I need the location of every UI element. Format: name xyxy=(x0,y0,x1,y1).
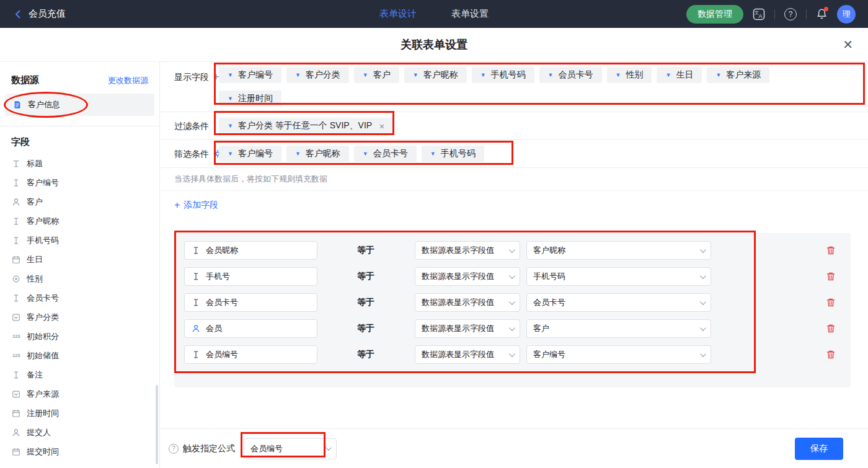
question-circle-icon[interactable] xyxy=(169,444,179,454)
field-item[interactable]: 备注 xyxy=(0,365,159,384)
calendar-icon xyxy=(11,448,21,456)
topbar-tabs: 表单设计 表单设置 xyxy=(379,8,489,20)
field-item[interactable]: 手机号码 xyxy=(0,231,159,250)
rule-operator: 等于 xyxy=(357,271,376,282)
field-label: 提交人 xyxy=(27,427,51,438)
field-item[interactable]: 123 初始积分 xyxy=(0,327,159,346)
close-icon[interactable] xyxy=(843,38,853,51)
field-item[interactable]: 性别 xyxy=(0,269,159,288)
delete-icon[interactable] xyxy=(826,324,836,333)
notification-bell-icon[interactable] xyxy=(816,8,828,20)
field-item[interactable]: 生日 xyxy=(0,250,159,269)
field-label: 提交时间 xyxy=(27,446,59,457)
delete-icon[interactable] xyxy=(826,245,836,255)
rule-field-value: 会员昵称 xyxy=(206,245,238,256)
caret-down-icon xyxy=(665,73,671,78)
text-icon xyxy=(191,272,201,281)
rule-field-input[interactable]: 会员编号 xyxy=(184,345,317,364)
rule-value-select[interactable]: 会员卡号 xyxy=(526,293,711,312)
display-field-tag[interactable]: 注册时间 xyxy=(219,91,281,107)
field-item[interactable]: 客户昵称 xyxy=(0,211,159,231)
chevron-down-icon xyxy=(326,444,332,451)
datasource-item-customer-info[interactable]: 客户信息 xyxy=(5,94,154,116)
field-item[interactable]: 客户编号 xyxy=(0,173,159,192)
field-item[interactable]: 客户 xyxy=(0,192,159,211)
display-field-tag[interactable]: 性别 xyxy=(607,67,652,83)
screen-condition-tags: 客户编号 客户昵称 会员卡号 手机号码 xyxy=(219,146,826,162)
caret-down-icon xyxy=(548,73,554,78)
display-field-tag[interactable]: 客户来源 xyxy=(707,67,769,83)
title-icon xyxy=(11,159,21,168)
chevron-down-icon xyxy=(700,247,706,253)
screen-condition-tag[interactable]: 客户编号 xyxy=(219,146,281,162)
field-label: 客户昵称 xyxy=(27,216,59,227)
delete-icon[interactable] xyxy=(826,298,836,307)
avatar[interactable]: 理 xyxy=(837,5,856,24)
filter-condition-tag[interactable]: 客户分类 等于任意一个 SVIP、VIP xyxy=(219,118,393,134)
field-item[interactable]: 客户分类 xyxy=(0,307,159,327)
rule-source-select[interactable]: 数据源表显示字段值 xyxy=(415,293,520,312)
rule-field-input[interactable]: 会员卡号 xyxy=(184,293,317,312)
delete-icon[interactable] xyxy=(826,350,836,360)
display-field-tag[interactable]: 会员卡号 xyxy=(539,67,602,83)
rule-value-select[interactable]: 手机号码 xyxy=(526,267,711,286)
rule-value-value: 客户昵称 xyxy=(533,245,565,256)
rule-source-select[interactable]: 数据源表显示字段值 xyxy=(415,319,520,338)
language-icon[interactable]: 文 A xyxy=(753,8,765,20)
rule-field-input[interactable]: 手机号 xyxy=(184,267,317,286)
field-label: 性别 xyxy=(27,273,43,285)
help-icon[interactable]: ? xyxy=(784,8,797,20)
screen-condition-tag[interactable]: 客户昵称 xyxy=(286,146,349,162)
sidebar: 数据源 更改数据源 客户信息 字段 标题 客户编号 xyxy=(0,62,160,468)
field-item[interactable]: 会员卡号 xyxy=(0,288,159,307)
rule-source-select[interactable]: 数据源表显示字段值 xyxy=(415,267,520,286)
rule-field-input[interactable]: 会员昵称 xyxy=(184,241,317,260)
field-label: 初始储值 xyxy=(27,350,59,361)
display-field-tag[interactable]: 客户 xyxy=(354,67,399,83)
chevron-down-icon xyxy=(509,325,515,331)
text-icon xyxy=(11,217,21,226)
field-label: 标题 xyxy=(27,158,43,169)
field-item[interactable]: 客户来源 xyxy=(0,384,159,404)
display-field-tag[interactable]: 客户分类 xyxy=(286,67,349,83)
rule-source-select[interactable]: 数据源表显示字段值 xyxy=(415,241,520,260)
display-field-tag[interactable]: 客户昵称 xyxy=(404,67,467,83)
caret-down-icon xyxy=(616,73,621,78)
rule-value-select[interactable]: 客户编号 xyxy=(526,345,711,364)
display-field-tag[interactable]: 生日 xyxy=(657,67,702,83)
sidebar-scrollbar[interactable] xyxy=(156,385,158,464)
fill-rules-panel: 会员昵称 等于 数据源表显示字段值 客户昵称 xyxy=(174,233,851,387)
change-datasource-link[interactable]: 更改数据源 xyxy=(108,75,148,86)
field-label: 初始积分 xyxy=(27,331,59,342)
tag-label: 客户来源 xyxy=(726,69,761,81)
field-item[interactable]: 标题 xyxy=(0,154,159,173)
chevron-down-icon xyxy=(509,299,515,305)
display-field-tag[interactable]: 客户编号 xyxy=(219,67,281,83)
rule-value-select[interactable]: 客户昵称 xyxy=(526,241,711,260)
display-field-tag[interactable]: 手机号码 xyxy=(472,67,534,83)
save-button[interactable]: 保存 xyxy=(795,438,843,460)
rule-row: 会员 等于 数据源表显示字段值 客户 xyxy=(184,319,841,338)
field-item[interactable]: 注册时间 xyxy=(0,404,159,423)
back-button[interactable]: 会员充值 xyxy=(12,8,66,20)
filter-condition-label-group: 过滤条件 xyxy=(174,118,219,134)
delete-icon[interactable] xyxy=(826,272,836,281)
screen-condition-tag[interactable]: 手机号码 xyxy=(422,146,484,162)
field-item[interactable]: 提交时间 xyxy=(0,442,159,461)
rule-value-select[interactable]: 客户 xyxy=(526,319,711,338)
field-item[interactable]: 提交人 xyxy=(0,423,159,442)
modal-header: 关联表单设置 xyxy=(0,28,868,62)
tab-form-settings[interactable]: 表单设置 xyxy=(451,8,489,20)
add-field-button[interactable]: 添加字段 xyxy=(174,200,218,211)
rule-field-input[interactable]: 会员 xyxy=(184,319,317,338)
field-item[interactable]: 123 初始储值 xyxy=(0,346,159,365)
tab-form-design[interactable]: 表单设计 xyxy=(379,8,417,20)
main-panel: 显示字段 客户编号 客户分类 xyxy=(161,62,868,468)
field-label: 客户分类 xyxy=(27,312,59,323)
screen-condition-tag[interactable]: 会员卡号 xyxy=(354,146,417,162)
display-fields-row: 显示字段 客户编号 客户分类 xyxy=(161,62,868,112)
remove-icon[interactable] xyxy=(379,121,384,131)
trigger-formula-select[interactable]: 会员编号 xyxy=(244,438,337,459)
rule-source-select[interactable]: 数据源表显示字段值 xyxy=(415,345,520,364)
data-manage-button[interactable]: 数据管理 xyxy=(686,5,743,24)
